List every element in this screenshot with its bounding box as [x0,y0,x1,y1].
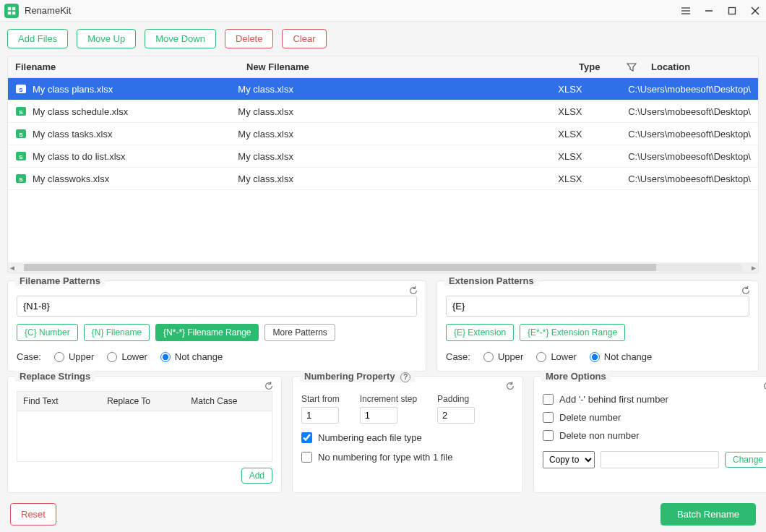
col-new-filename[interactable]: New Filename [239,56,572,77]
table-row[interactable]: SMy classwoks.xlsxMy class.xlsxXLSXC:\Us… [8,168,758,190]
col-match: Match Case [185,392,272,411]
add-replace-button[interactable]: Add [241,468,272,484]
panel-title: Replace Strings [15,371,95,382]
table-row[interactable]: SMy class tasks.xlsxMy class.xlsxXLSXC:\… [8,123,758,145]
filename-cell: My class tasks.xlsx [33,129,113,140]
add-dash-label: Add '-' behind first number [559,394,668,405]
delete-number-checkbox[interactable] [543,412,554,423]
new-filename-cell: My class.xlsx [238,151,293,162]
app-title: RenameKit [25,5,679,16]
replace-strings-panel: Replace Strings Find Text Replace To Mat… [7,376,282,493]
filter-icon[interactable] [627,62,637,72]
app-icon [4,4,19,18]
svg-text:S: S [19,109,23,116]
radio-upper[interactable]: Upper [54,351,94,362]
move-down-button[interactable]: Move Down [145,29,216,48]
maximize-icon[interactable] [726,4,739,17]
chip-more-patterns[interactable]: More Patterns [264,324,335,341]
horizontal-scrollbar[interactable]: ◄ ► [8,262,758,273]
copy-to-select[interactable]: Copy to [543,451,595,468]
svg-rect-8 [729,7,736,14]
batch-rename-button[interactable]: Batch Rename [660,503,756,525]
radio-not-change[interactable]: Not change [160,351,223,362]
extension-pattern-input[interactable] [446,296,749,317]
table-row[interactable]: SMy class to do list.xlsxMy class.xlsxXL… [8,145,758,168]
add-dash-checkbox[interactable] [543,394,554,405]
add-files-button[interactable]: Add Files [7,29,68,48]
chip-n-filename[interactable]: {N} Filename [84,324,150,341]
refresh-icon[interactable] [408,286,418,296]
radio-lower[interactable]: Lower [107,351,147,362]
new-filename-cell: My class.xlsx [238,84,293,95]
padding-label: Padding [437,394,475,404]
start-from-label: Start from [301,394,340,404]
type-cell: XLSX [558,173,582,184]
chip-e-range[interactable]: {E*-*} Extension Range [520,324,625,341]
scroll-left-icon[interactable]: ◄ [8,264,17,272]
new-filename-cell: My class.xlsx [238,129,293,140]
xlsx-file-icon: S [15,150,27,162]
scroll-right-icon[interactable]: ► [749,264,758,272]
type-cell: XLSX [558,151,582,162]
reset-button[interactable]: Reset [10,503,56,525]
increment-input[interactable] [360,407,397,424]
col-find: Find Text [17,392,101,411]
titlebar: RenameKit [0,0,766,22]
type-cell: XLSX [558,129,582,140]
start-from-input[interactable] [301,407,339,424]
table-row[interactable]: SMy class plans.xlsxMy class.xlsxXLSXC:\… [8,78,758,100]
radio-not-change[interactable]: Not change [590,351,653,362]
minimize-icon[interactable] [702,4,715,17]
location-cell: C:\Users\mobeesoft\Desktop\ [628,84,751,95]
filename-cell: My class to do list.xlsx [33,151,126,162]
padding-input[interactable] [437,407,475,424]
location-cell: C:\Users\mobeesoft\Desktop\ [628,173,751,184]
refresh-icon[interactable] [505,381,515,391]
chip-n-range[interactable]: {N*-*} Filename Range [155,324,259,341]
delete-non-number-label: Delete non number [559,430,640,441]
panel-title: More Options [541,371,611,382]
location-cell: C:\Users\mobeesoft\Desktop\ [628,106,751,117]
no-numbering-checkbox[interactable] [301,452,312,463]
col-filename[interactable]: Filename [8,56,239,77]
col-replace: Replace To [101,392,185,411]
chip-c-number[interactable]: {C} Number [17,324,78,341]
help-icon[interactable]: ? [400,372,410,382]
delete-non-number-checkbox[interactable] [543,430,554,441]
clear-button[interactable]: Clear [282,29,326,48]
scroll-thumb[interactable] [24,264,656,271]
refresh-icon[interactable] [762,381,766,391]
filename-pattern-input[interactable] [17,296,417,317]
copy-to-path-input[interactable] [601,451,719,468]
filename-cell: My classwoks.xlsx [33,173,109,184]
close-icon[interactable] [749,4,762,17]
svg-text:S: S [19,154,23,160]
move-up-button[interactable]: Move Up [77,29,136,48]
replace-body[interactable] [17,411,272,462]
refresh-icon[interactable] [264,381,274,391]
refresh-icon[interactable] [741,286,751,296]
new-filename-cell: My class.xlsx [238,173,293,184]
change-button[interactable]: Change [725,452,766,468]
numbering-each-type-checkbox[interactable] [301,432,312,443]
table-header: Filename New Filename Type Location [8,56,758,78]
col-location[interactable]: Location [644,56,758,77]
radio-lower[interactable]: Lower [536,351,576,362]
svg-text:S: S [19,176,23,183]
delete-button[interactable]: Delete [225,29,274,48]
svg-text:S: S [19,87,23,93]
svg-rect-3 [12,11,15,14]
radio-upper[interactable]: Upper [483,351,523,362]
extension-patterns-panel: Extension Patterns {E} Extension {E*-*} … [436,280,759,372]
xlsx-file-icon: S [15,128,27,140]
chip-e-extension[interactable]: {E} Extension [446,324,514,341]
col-type[interactable]: Type [572,56,644,77]
table-row[interactable]: SMy class schedule.xlsxMy class.xlsxXLSX… [8,100,758,123]
no-numbering-label: No numbering for type with 1 file [318,452,452,463]
numbering-panel: Numbering Property ? Start from Incremen… [292,376,523,493]
menu-icon[interactable] [679,4,692,17]
case-label: Case: [446,351,470,362]
panel-title: Extension Patterns [444,275,538,286]
filename-patterns-panel: Filename Patterns {C} Number {N} Filenam… [7,280,426,372]
xlsx-file-icon: S [15,83,27,95]
